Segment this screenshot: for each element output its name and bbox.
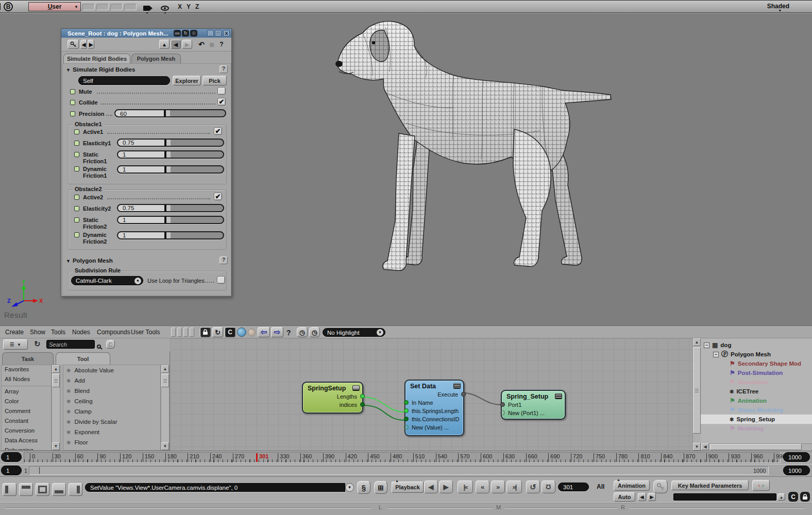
port-springslength[interactable]: this.SpringsLength: [405, 407, 463, 415]
float-view-icon[interactable]: [0, 3, 1, 10]
anim-divot-static-friction1[interactable]: [74, 152, 79, 157]
active1-checkbox[interactable]: ✔: [214, 127, 222, 135]
timer-cached-icon[interactable]: ◷: [309, 327, 320, 337]
list-view-button[interactable]: ☰ ▼: [3, 339, 28, 350]
scroll-thumb[interactable]: [161, 374, 169, 387]
collapse-icon[interactable]: −: [704, 342, 709, 348]
recycle-icon[interactable]: ↻: [182, 30, 189, 37]
sync-button[interactable]: ↻: [212, 327, 223, 337]
nav-forward-button[interactable]: ⇨: [271, 327, 283, 337]
tool-item-ceiling[interactable]: ✱Ceiling: [63, 396, 160, 406]
anim-divot-active1[interactable]: [74, 129, 79, 134]
prev-page-button[interactable]: ◀: [80, 40, 87, 49]
history-back-button[interactable]: ◀: [171, 40, 181, 49]
task-category-color[interactable]: Color: [2, 397, 51, 407]
dog-wireframe-model[interactable]: [324, 15, 617, 288]
playback-menu-button[interactable]: ▲ Playback: [392, 482, 424, 493]
tree-root-dog[interactable]: − ▦ dog: [701, 340, 812, 350]
node-menu-icon[interactable]: [352, 385, 360, 391]
tree-node-icetree[interactable]: ✱ICETree: [701, 387, 812, 396]
timeline-ruler[interactable]: 0306090120150180210240270330360390420450…: [24, 452, 781, 463]
port-connectionsid[interactable]: this.ConnectionsID: [405, 415, 463, 423]
layout-frame-button[interactable]: [36, 483, 49, 496]
axis-button-y[interactable]: Y: [187, 3, 191, 10]
layers-icon[interactable]: ▣: [207, 40, 216, 49]
search-input[interactable]: [46, 340, 95, 349]
port-new-value[interactable]: New (Value) ...: [405, 423, 463, 432]
clear-search-button[interactable]: C: [106, 340, 115, 349]
tree-node-spring-setup[interactable]: ✱Spring_Setup: [701, 415, 812, 424]
port-indices[interactable]: indices: [303, 401, 362, 409]
layout-left-button[interactable]: [3, 483, 16, 496]
property-panel-titlebar[interactable]: Scene_Root : dog : Polygon Mesh...: [61, 29, 231, 38]
up-level-button[interactable]: ▲: [159, 40, 170, 49]
next-key-button[interactable]: ▶: [648, 493, 656, 501]
search-icon[interactable]: [97, 341, 101, 351]
app-logo[interactable]: B: [4, 2, 13, 11]
close-button[interactable]: X: [223, 30, 230, 37]
tree-node-simulation[interactable]: ⚑Simulation: [701, 377, 812, 387]
section-polygon-mesh[interactable]: ▼Polygon Mesh: [66, 258, 113, 264]
port-execute[interactable]: Execute: [405, 390, 463, 399]
scroll-down-icon[interactable]: ▼: [161, 442, 169, 450]
visibility-menu-button[interactable]: ▼: [161, 4, 169, 13]
node-menu-icon[interactable]: [453, 383, 461, 389]
spin-up-button[interactable]: ▲: [777, 493, 785, 501]
marked-keys-button[interactable]: ♀ ♀: [752, 480, 770, 491]
port-new-port1[interactable]: New (Port1) ...: [502, 409, 565, 417]
scroll-down-icon[interactable]: ▼: [52, 442, 60, 450]
scroll-thumb[interactable]: [52, 374, 60, 387]
task-list-scrollbar[interactable]: ▲ ▼: [52, 365, 60, 451]
ice-node-graph[interactable]: SpringSetup Lengths indices Set Data Exe…: [170, 338, 701, 451]
port-dot[interactable]: [500, 402, 505, 407]
port-port1[interactable]: Port1: [502, 401, 565, 409]
task-category-favorites[interactable]: Favorites: [2, 365, 51, 375]
task-category-array[interactable]: Array: [2, 387, 51, 397]
command-dropdown-icon[interactable]: ▼: [345, 483, 354, 492]
go-to-end-button[interactable]: »|: [506, 480, 522, 493]
port-in-name[interactable]: In Name: [405, 399, 463, 407]
explorer-button[interactable]: Explorer: [173, 76, 201, 85]
tree-node-polygon-mesh[interactable]: − Ⓟ Polygon Mesh: [701, 350, 812, 359]
tree-node-animation[interactable]: ⚑Animation: [701, 396, 812, 405]
port-dot[interactable]: [404, 417, 409, 421]
collide-checkbox[interactable]: ✔: [217, 98, 226, 106]
goggles-icon[interactable]: oo: [174, 30, 181, 37]
animation-menu-button[interactable]: ▲ Animation: [614, 480, 650, 491]
lock-button[interactable]: [200, 327, 211, 337]
marked-parameter-field[interactable]: [673, 493, 776, 501]
auto-key-button[interactable]: Auto: [614, 492, 635, 502]
port-dot[interactable]: [500, 410, 505, 415]
lock-button[interactable]: [800, 492, 810, 502]
subdivision-rule-dropdown[interactable]: Catmull-Clark ▼: [71, 276, 143, 285]
snapshot-icon[interactable]: [248, 329, 256, 336]
layout-right-button[interactable]: [69, 483, 82, 496]
precision-slider[interactable]: 60: [114, 109, 226, 117]
help-icon[interactable]: ?: [217, 40, 226, 49]
layout-bottom-button[interactable]: [52, 483, 66, 496]
loop-start-field[interactable]: 1: [1, 466, 22, 475]
node-springsetup-compound[interactable]: SpringSetup Lengths indices: [302, 382, 363, 414]
scroll-up-icon[interactable]: ▲: [52, 365, 60, 373]
prev-key-button[interactable]: ◀: [638, 493, 646, 501]
node-menu-icon[interactable]: [555, 393, 562, 399]
memo-cam-slot-3[interactable]: [110, 4, 123, 10]
prev-frame-button[interactable]: «: [476, 480, 489, 493]
tree-node-modeling[interactable]: ⚑Modeling: [701, 424, 812, 433]
layout-top-button[interactable]: [19, 483, 33, 496]
loop-triangles-checkbox[interactable]: [217, 276, 225, 284]
menu-nodes[interactable]: Nodes: [72, 329, 90, 336]
toolbar-case-button[interactable]: ⊞: [374, 481, 387, 494]
task-category-constant[interactable]: Constant: [2, 417, 51, 426]
tab-polygon-mesh[interactable]: Polygon Mesh: [131, 54, 181, 63]
go-to-start-button[interactable]: |«: [458, 480, 473, 493]
keyframe-button[interactable]: [653, 480, 668, 493]
target-object-field[interactable]: Self: [78, 76, 170, 85]
lock-key-button[interactable]: [67, 40, 79, 49]
tool-item-blend[interactable]: ✱Blend: [63, 386, 160, 396]
port-dot[interactable]: [360, 394, 365, 399]
task-category-comment[interactable]: Comment: [2, 407, 51, 417]
mute-checkbox[interactable]: [217, 87, 226, 95]
memo-cam-slot-4[interactable]: [124, 4, 137, 10]
timer-icon[interactable]: ◷: [297, 327, 308, 337]
